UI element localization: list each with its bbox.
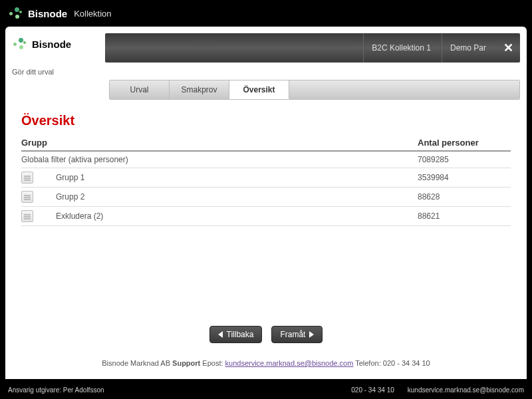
main-panel: Bisnode Gör ditt urval B2C Kollektion 1 …	[5, 27, 527, 379]
document-icon[interactable]	[21, 210, 33, 222]
product-name: Kollektion	[74, 9, 111, 19]
arrow-right-icon	[309, 331, 314, 338]
nav-buttons: Tillbaka Framåt	[5, 326, 527, 343]
bisnode-logo-icon	[12, 36, 28, 52]
brand-name: Bisnode	[28, 8, 67, 19]
panel-subtitle: Gör ditt urval	[12, 68, 98, 76]
content-area: Översikt Grupp Antal personer Globala fi…	[5, 100, 527, 231]
row-label: Globala filter (aktiva personer)	[21, 155, 128, 164]
support-prefix: Bisnode Marknad AB	[102, 359, 172, 367]
tab-filler	[289, 80, 519, 99]
row-count: 3539984	[418, 173, 511, 182]
table-header: Grupp Antal personer	[21, 138, 511, 152]
arrow-left-icon	[218, 331, 223, 338]
support-phone-label: Telefon:	[353, 359, 382, 367]
document-icon[interactable]	[21, 191, 33, 203]
ribbon-user[interactable]: Demo Par	[442, 33, 486, 63]
panel-logo-box: Bisnode Gör ditt urval	[5, 27, 105, 81]
tab-bar: Urval Smakprov Översikt	[109, 80, 520, 100]
back-button[interactable]: Tillbaka	[209, 326, 263, 343]
support-line: Bisnode Marknad AB Support Epost: kundse…	[5, 359, 527, 367]
app-header: Bisnode Kollektion	[0, 0, 532, 27]
document-icon[interactable]	[21, 172, 33, 184]
table-row: Globala filter (aktiva personer) 7089285	[21, 152, 511, 168]
row-count: 7089285	[418, 155, 511, 164]
footer-bar: Ansvarig utgivare: Per Adolfsson 020 - 3…	[0, 380, 532, 399]
back-label: Tillbaka	[227, 330, 254, 339]
close-icon[interactable]: ✕	[497, 41, 513, 55]
tab-oversikt[interactable]: Översikt	[229, 80, 289, 99]
tab-urval[interactable]: Urval	[110, 80, 170, 99]
ribbon-collection[interactable]: B2C Kollektion 1	[363, 33, 431, 63]
col-count-header: Antal personer	[418, 138, 511, 148]
support-phone: 020 - 34 34 10	[383, 359, 430, 367]
page-title: Översikt	[21, 113, 511, 128]
panel-brand-name: Bisnode	[32, 39, 71, 50]
tab-smakprov[interactable]: Smakprov	[170, 80, 229, 99]
support-email-label: Epost:	[200, 359, 225, 367]
table-row: Grupp 1 3539984	[21, 168, 511, 188]
support-email-link[interactable]: kundservice.marknad.se@bisnode.com	[225, 359, 354, 367]
footer-publisher: Ansvarig utgivare: Per Adolfsson	[8, 386, 104, 394]
row-label: Grupp 1	[56, 173, 84, 182]
table-row: Grupp 2 88628	[21, 188, 511, 207]
forward-label: Framåt	[280, 330, 305, 339]
col-group-header: Grupp	[21, 138, 47, 148]
ribbon-bar: B2C Kollektion 1 Demo Par ✕	[105, 33, 520, 63]
table-row: Exkludera (2) 88621	[21, 207, 511, 226]
bisnode-logo-icon	[8, 5, 24, 21]
row-label: Exkludera (2)	[56, 211, 103, 221]
support-bold: Support	[172, 359, 200, 367]
footer-email: kundservice.marknad.se@bisnode.com	[408, 386, 524, 394]
brand-logo: Bisnode Kollektion	[8, 5, 112, 21]
row-label: Grupp 2	[56, 192, 84, 201]
row-count: 88621	[418, 211, 511, 221]
forward-button[interactable]: Framåt	[271, 326, 323, 343]
row-count: 88628	[418, 192, 511, 201]
footer-phone: 020 - 34 34 10	[351, 386, 394, 394]
